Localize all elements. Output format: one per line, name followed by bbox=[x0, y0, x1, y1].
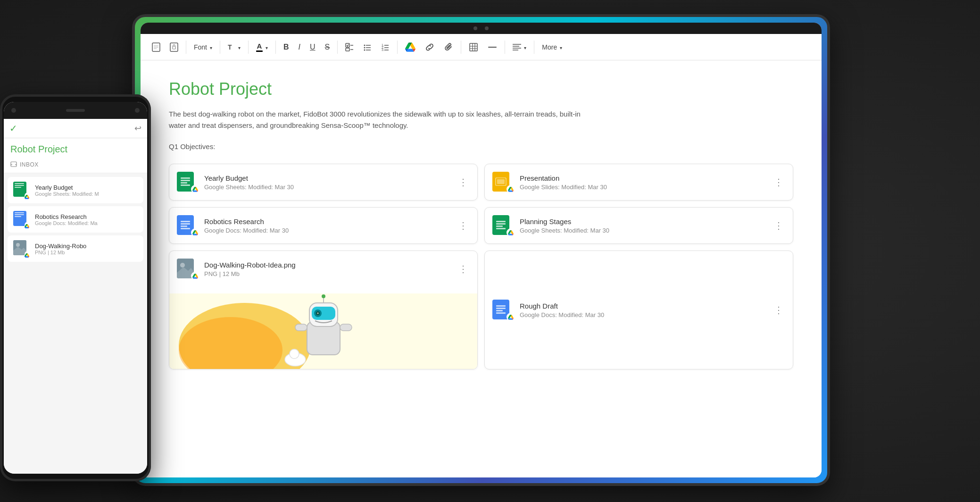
svg-point-49 bbox=[290, 349, 299, 359]
file-icon-wrap-rough-draft bbox=[492, 300, 513, 320]
file-menu-rough-draft[interactable] bbox=[772, 303, 785, 317]
file-icon-wrap-robotics-research bbox=[177, 215, 198, 236]
toolbar-page-icon[interactable] bbox=[148, 40, 164, 55]
font-label: Font bbox=[194, 43, 207, 51]
bullet-list-button[interactable] bbox=[359, 40, 375, 54]
svg-rect-52 bbox=[11, 162, 17, 167]
phone-inbox-label: INBOX bbox=[20, 161, 39, 168]
phone-drive-badge-1 bbox=[25, 192, 31, 199]
font-size-button[interactable]: T bbox=[224, 41, 244, 54]
drive-button[interactable] bbox=[401, 40, 419, 55]
toolbar-sep-5 bbox=[337, 41, 338, 54]
svg-rect-9 bbox=[346, 48, 349, 51]
phone-file-meta-2: Google Docs: Modified: Ma bbox=[35, 220, 138, 226]
file-meta-dog-robot: PNG | 12 Mb bbox=[204, 270, 450, 277]
file-menu-planning-stages[interactable] bbox=[772, 219, 785, 232]
link-icon bbox=[425, 42, 434, 52]
phone-doc-title: Robot Project bbox=[4, 138, 147, 159]
file-card-yearly-budget[interactable]: Yearly Budget Google Sheets: Modified: M… bbox=[169, 164, 478, 201]
file-info-planning-stages: Planning Stages Google Sheets: Modified:… bbox=[520, 218, 765, 234]
content-area[interactable]: Robot Project The best dog-walking robot… bbox=[141, 60, 822, 477]
font-button[interactable]: Font bbox=[190, 41, 216, 54]
underline-button[interactable]: U bbox=[306, 40, 319, 54]
file-menu-robotics-research[interactable] bbox=[457, 219, 470, 232]
drive-badge-yearly-budget bbox=[191, 185, 199, 193]
align-icon bbox=[513, 43, 521, 51]
file-card-dog-walking-robot[interactable]: Dog-Walking-Robot-Idea.png PNG | 12 Mb bbox=[169, 251, 478, 369]
phone-drive-badge-2 bbox=[25, 222, 31, 228]
font-size-chevron-icon bbox=[237, 43, 241, 51]
file-name-dog-robot: Dog-Walking-Robot-Idea.png bbox=[204, 261, 450, 269]
file-card-robotics-research[interactable]: Robotics Research Google Docs: Modified:… bbox=[169, 207, 478, 244]
file-name-rough-draft: Rough Draft bbox=[520, 302, 765, 310]
file-icon-wrap-planning-stages bbox=[492, 215, 513, 236]
file-icon-wrap-presentation bbox=[492, 172, 513, 192]
numbered-list-button[interactable]: 1. 2. 3. bbox=[377, 40, 393, 54]
drive-badge-robotics-research bbox=[191, 228, 199, 237]
text-color-button[interactable]: A bbox=[252, 39, 272, 55]
bold-label: B bbox=[283, 43, 289, 51]
file-meta-robotics-research: Google Docs: Modified: Mar 30 bbox=[204, 227, 450, 234]
svg-rect-23 bbox=[470, 43, 477, 51]
toolbar-sep-8 bbox=[505, 41, 505, 54]
bold-button[interactable]: B bbox=[280, 40, 293, 54]
phone-file-item-yearly-budget[interactable]: Yearly Budget Google Sheets: Modified: M bbox=[8, 177, 143, 203]
more-button[interactable]: More bbox=[538, 41, 566, 54]
phone-camera-right bbox=[135, 108, 140, 113]
file-meta-rough-draft: Google Docs: Modified: Mar 30 bbox=[520, 311, 765, 318]
svg-rect-47 bbox=[340, 324, 352, 331]
toolbar-sep-4 bbox=[275, 41, 276, 54]
inbox-icon bbox=[10, 161, 17, 168]
phone-check-icon[interactable]: ✓ bbox=[9, 123, 17, 134]
toolbar-sep-6 bbox=[397, 41, 398, 54]
file-menu-yearly-budget[interactable] bbox=[457, 176, 470, 189]
document-body: The best dog-walking robot on the market… bbox=[169, 109, 593, 131]
attachment-button[interactable] bbox=[440, 40, 457, 55]
phone-undo-icon[interactable]: ↩ bbox=[134, 123, 141, 134]
toolbar-sep-7 bbox=[461, 41, 461, 54]
file-info-dog-robot: Dog-Walking-Robot-Idea.png PNG | 12 Mb bbox=[204, 261, 450, 277]
phone-speaker bbox=[66, 109, 85, 112]
checklist-button[interactable] bbox=[341, 40, 357, 54]
toolbar-lock-icon[interactable] bbox=[166, 40, 182, 55]
file-menu-presentation[interactable] bbox=[772, 176, 785, 189]
toolbar: Font T A bbox=[141, 34, 822, 60]
file-card-rough-draft[interactable]: Rough Draft Google Docs: Modified: Mar 3… bbox=[484, 251, 793, 369]
phone-file-name-1: Yearly Budget bbox=[35, 184, 138, 191]
text-color-chevron-icon bbox=[265, 43, 268, 51]
italic-button[interactable]: I bbox=[295, 40, 304, 54]
phone-file-item-dog-robot[interactable]: Dog-Walking-Robo PNG | 12 Mb bbox=[8, 235, 143, 262]
align-button[interactable] bbox=[509, 41, 530, 54]
svg-text:3.: 3. bbox=[382, 48, 384, 51]
phone-file-icon-yearly-budget bbox=[13, 182, 30, 199]
file-card-presentation[interactable]: Presentation Google Slides: Modified: Ma… bbox=[484, 164, 793, 201]
hr-button[interactable] bbox=[484, 40, 501, 55]
file-name-robotics-research: Robotics Research bbox=[204, 218, 450, 226]
phone-file-item-robotics-research[interactable]: Robotics Research Google Docs: Modified:… bbox=[8, 206, 143, 233]
tablet-screen: Font T A bbox=[141, 23, 822, 477]
file-info-robotics-research: Robotics Research Google Docs: Modified:… bbox=[204, 218, 450, 234]
file-menu-dog-robot[interactable] bbox=[457, 262, 470, 276]
phone-inbox-bar: INBOX bbox=[4, 159, 147, 173]
svg-rect-34 bbox=[497, 179, 505, 184]
svg-rect-4 bbox=[170, 43, 178, 51]
phone-device: ✓ ↩ Robot Project INBOX bbox=[0, 94, 151, 481]
drive-badge-planning-stages bbox=[507, 228, 515, 237]
more-chevron-icon bbox=[559, 43, 562, 51]
document-title: Robot Project bbox=[169, 79, 793, 99]
toolbar-sep-3 bbox=[248, 41, 249, 54]
link-button[interactable] bbox=[421, 40, 438, 55]
table-button[interactable] bbox=[465, 40, 482, 55]
phone-camera-left bbox=[11, 108, 16, 113]
more-label: More bbox=[542, 43, 557, 51]
phone-screen: ✓ ↩ Robot Project INBOX bbox=[4, 102, 147, 474]
drive-badge-dog-robot bbox=[191, 272, 199, 280]
robot-image-preview bbox=[169, 293, 477, 369]
italic-label: I bbox=[299, 43, 300, 51]
strikethrough-button[interactable]: S bbox=[321, 40, 334, 54]
file-info-yearly-budget: Yearly Budget Google Sheets: Modified: M… bbox=[204, 174, 450, 191]
file-card-planning-stages[interactable]: Planning Stages Google Sheets: Modified:… bbox=[484, 207, 793, 244]
hr-icon bbox=[488, 42, 497, 52]
drive-icon bbox=[405, 42, 415, 52]
file-name-yearly-budget: Yearly Budget bbox=[204, 174, 450, 182]
